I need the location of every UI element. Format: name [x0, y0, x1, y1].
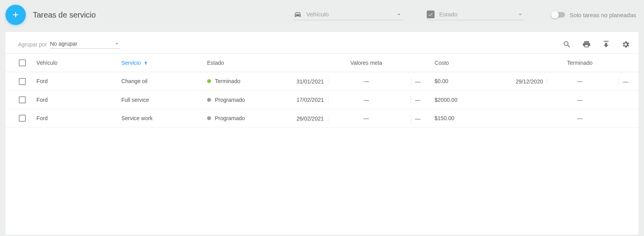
- cell-vehicle: Ford: [32, 90, 117, 109]
- cell-targets: —: [336, 72, 397, 90]
- unplanned-toggle-label: Solo tareas no planeadas: [570, 12, 636, 18]
- cell-targets: —: [336, 109, 397, 127]
- chevron-down-icon: [517, 11, 524, 18]
- group-by-label: Agrupar por: [18, 41, 47, 48]
- cell-service: Service work: [117, 109, 203, 127]
- cell-state: Programado: [203, 90, 286, 109]
- cell-date2: [505, 90, 555, 109]
- col-extra1: [397, 54, 431, 72]
- col-date2: [505, 54, 555, 72]
- cell-date1: 26/02/2021: [286, 109, 336, 127]
- cell-finished: —: [555, 90, 604, 109]
- status-dot: [207, 79, 211, 83]
- row-checkbox[interactable]: [19, 78, 26, 85]
- unplanned-toggle[interactable]: [552, 12, 565, 18]
- cell-finished: —: [555, 72, 604, 90]
- cell-extra1: —: [397, 72, 431, 90]
- cell-state: Programado: [203, 109, 286, 127]
- cell-service: Change oil: [117, 72, 203, 90]
- checkbox-checked-icon: [427, 11, 435, 18]
- download-icon[interactable]: [602, 40, 610, 49]
- cell-vehicle: Ford: [32, 109, 117, 127]
- cell-extra2: [605, 90, 639, 109]
- col-date1: [286, 54, 336, 72]
- cell-cost: $150.00: [431, 109, 505, 127]
- table-row[interactable]: Ford Full service Programado 17/02/2021 …: [5, 90, 639, 109]
- cell-date1: 17/02/2021: [286, 90, 336, 109]
- col-cost[interactable]: Costo: [431, 54, 505, 72]
- status-dot: [207, 116, 211, 120]
- col-service[interactable]: Servicio: [117, 54, 203, 72]
- car-icon: [294, 11, 302, 18]
- cell-extra2: [605, 109, 639, 127]
- status-dot: [207, 98, 211, 102]
- cell-date2: 29/12/2020: [505, 72, 555, 90]
- table-row[interactable]: Ford Service work Programado 26/02/2021 …: [5, 109, 639, 127]
- col-service-label: Servicio: [121, 60, 141, 66]
- chevron-down-icon: [395, 11, 402, 18]
- vehicle-filter-label: Vehículo: [306, 11, 391, 18]
- cell-targets: —: [336, 90, 397, 109]
- group-by-value: No agrupar: [50, 41, 77, 47]
- chevron-down-icon: [113, 40, 120, 47]
- state-filter[interactable]: Estado: [427, 10, 524, 20]
- col-state[interactable]: Estado: [203, 54, 286, 72]
- search-icon[interactable]: [563, 40, 571, 49]
- cell-service: Full service: [117, 90, 203, 109]
- col-targets[interactable]: Valores meta: [336, 54, 397, 72]
- cell-cost: $0.00: [431, 72, 505, 90]
- cell-date1: 31/01/2021: [286, 72, 336, 90]
- cell-finished: —: [555, 109, 604, 127]
- cell-cost: $2000.00: [431, 90, 505, 109]
- row-checkbox[interactable]: [19, 115, 26, 122]
- select-all-checkbox[interactable]: [19, 59, 26, 66]
- cell-extra1: —: [397, 109, 431, 127]
- row-checkbox[interactable]: [19, 96, 26, 103]
- cell-extra2: —: [605, 72, 639, 90]
- col-finished[interactable]: Terminado: [555, 54, 604, 72]
- sort-asc-icon: [143, 60, 148, 66]
- print-icon[interactable]: [582, 40, 591, 49]
- col-extra2: [605, 54, 639, 72]
- cell-extra1: —: [397, 90, 431, 109]
- vehicle-filter[interactable]: Vehículo: [294, 10, 403, 20]
- table-row[interactable]: Ford Change oil Terminado 31/01/2021 — —…: [5, 72, 639, 90]
- cell-state: Terminado: [203, 72, 286, 90]
- gear-icon[interactable]: [621, 40, 630, 49]
- tasks-card: Agrupar por No agrupar Vehículo Servicio: [5, 32, 639, 235]
- plus-icon: [11, 11, 20, 19]
- page-title: Tareas de servicio: [33, 11, 96, 20]
- cell-vehicle: Ford: [32, 72, 117, 90]
- add-button[interactable]: [5, 5, 26, 25]
- group-by-select[interactable]: No agrupar: [50, 40, 120, 49]
- cell-date2: [505, 109, 555, 127]
- state-filter-label: Estado: [439, 11, 512, 18]
- col-vehicle[interactable]: Vehículo: [32, 54, 117, 72]
